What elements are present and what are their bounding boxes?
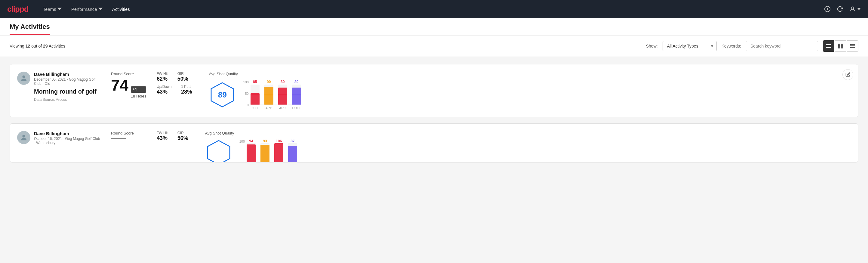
edit-button[interactable] xyxy=(842,69,853,80)
chart-col-putt-2: 87 xyxy=(288,139,297,163)
toolbar: Viewing 12 out of 29 Activities Show: Al… xyxy=(0,35,868,57)
updown-stat: Up/Down 43% xyxy=(157,85,172,95)
stat-row-top: FW Hit 62% GIR 50% xyxy=(157,71,192,82)
svg-point-14 xyxy=(22,76,25,78)
avatar-2 xyxy=(17,131,30,144)
search-input[interactable] xyxy=(746,41,818,51)
nav-teams[interactable]: Teams xyxy=(43,7,62,12)
fw-hit-stat-2: FW Hit 43% xyxy=(157,131,168,141)
svg-rect-5 xyxy=(826,46,831,46)
user-date: December 05, 2021 - Gog Magog Golf Club … xyxy=(34,77,101,86)
shot-quality-content: 89 100 50 0 xyxy=(209,80,301,110)
user-details-2: Dave Billingham October 16, 2021 - Gog M… xyxy=(34,131,101,147)
chart-col-ott-2: 94 xyxy=(247,139,256,163)
card-content: Dave Billingham December 05, 2021 - Gog … xyxy=(17,71,851,110)
user-date-2: October 16, 2021 - Gog Magog Golf Club -… xyxy=(34,137,101,145)
svg-rect-13 xyxy=(850,47,855,48)
refresh-button[interactable] xyxy=(837,6,843,12)
user-info-2: Dave Billingham October 16, 2021 - Gog M… xyxy=(17,131,101,147)
svg-point-3 xyxy=(851,7,854,9)
gir-stat-2: GIR 56% xyxy=(178,131,188,141)
hexagon-2 xyxy=(205,139,232,163)
bar-chart: 100 50 0 85 xyxy=(243,80,301,110)
svg-marker-17 xyxy=(208,141,230,163)
svg-point-16 xyxy=(22,135,25,138)
stat-row-bottom: Up/Down 43% 1 Putt 28% xyxy=(157,85,192,95)
round-score-label-2: Round Score xyxy=(111,131,147,136)
page-title: My Activities xyxy=(10,23,50,35)
svg-rect-10 xyxy=(841,46,843,49)
score-number: 74 xyxy=(111,77,128,93)
keywords-label: Keywords: xyxy=(721,43,741,49)
chart-col-arg-2: 106 xyxy=(274,139,283,163)
stat-row-top-2: FW Hit 43% GIR 56% xyxy=(157,131,188,141)
nav-icons xyxy=(824,6,861,12)
svg-rect-6 xyxy=(826,47,831,48)
view-list-button[interactable] xyxy=(847,40,858,52)
view-toggle xyxy=(823,40,858,52)
score-holes: 18 Holes xyxy=(131,94,146,98)
activity-name: Morning round of golf xyxy=(34,88,101,95)
bar-chart-2: 100 94 93 xyxy=(239,139,297,163)
svg-rect-8 xyxy=(841,43,843,46)
svg-rect-11 xyxy=(850,44,855,45)
page-header: My Activities xyxy=(0,18,868,35)
activity-card: Dave Billingham December 05, 2021 - Gog … xyxy=(10,64,858,117)
chart-bars: 85 OTT 90 xyxy=(251,80,301,110)
shot-quality-content-2: 100 94 93 xyxy=(205,139,297,163)
svg-rect-9 xyxy=(838,46,840,49)
hexagon-wrapper-2 xyxy=(205,139,232,163)
gir-stat: GIR 50% xyxy=(178,71,188,82)
viewing-count-text: Viewing 12 out of 29 Activities xyxy=(10,43,641,49)
data-source: Data Source: Arccos xyxy=(34,97,101,102)
app-logo: clippd xyxy=(7,4,29,14)
avatar xyxy=(17,71,30,85)
shot-quality-label: Avg Shot Quality xyxy=(209,71,301,76)
view-list-compact-button[interactable] xyxy=(823,40,834,52)
chart-col-app-2: 93 xyxy=(260,139,270,163)
shot-quality-section-2: Avg Shot Quality 100 xyxy=(205,131,297,163)
round-score-group-2: Round Score xyxy=(111,131,147,139)
user-info: Dave Billingham December 05, 2021 - Gog … xyxy=(17,71,101,102)
card-content-2: Dave Billingham October 16, 2021 - Gog M… xyxy=(17,131,851,163)
hexagon-value: 89 xyxy=(218,90,227,99)
nav-activities[interactable]: Activities xyxy=(112,7,130,12)
chart-bars-2: 94 93 xyxy=(247,139,297,163)
activity-type-select[interactable]: All Activity Types xyxy=(662,41,717,51)
user-menu[interactable] xyxy=(849,6,861,12)
shot-quality-section: Avg Shot Quality 89 xyxy=(209,71,301,110)
score-badge: +4 xyxy=(131,86,146,93)
svg-rect-12 xyxy=(850,46,855,46)
round-score-value: 74 +4 18 Holes xyxy=(111,77,147,98)
sub-stats: FW Hit 62% GIR 50% Up/Down 43% 1 Putt xyxy=(157,71,192,95)
show-label: Show: xyxy=(646,43,658,49)
activity-type-selector[interactable]: All Activity Types xyxy=(662,41,717,51)
shot-quality-label-2: Avg Shot Quality xyxy=(205,131,297,136)
navbar: clippd Teams Performance Activities xyxy=(0,0,868,18)
sub-stats-2: FW Hit 43% GIR 56% xyxy=(157,131,188,141)
round-score-label: Round Score xyxy=(111,71,147,76)
nav-performance[interactable]: Performance xyxy=(71,7,102,12)
user-name-2: Dave Billingham xyxy=(34,131,101,136)
svg-rect-7 xyxy=(838,43,840,46)
fw-hit-stat: FW Hit 62% xyxy=(157,71,168,82)
user-name: Dave Billingham xyxy=(34,71,101,77)
score-line xyxy=(111,138,147,139)
user-details: Dave Billingham December 05, 2021 - Gog … xyxy=(34,71,101,102)
round-score-group: Round Score 74 +4 18 Holes xyxy=(111,71,147,103)
hexagon-wrapper: 89 xyxy=(209,81,236,108)
main-content: Dave Billingham December 05, 2021 - Gog … xyxy=(0,57,868,176)
view-grid-button[interactable] xyxy=(835,40,846,52)
oneputt-stat: 1 Putt 28% xyxy=(181,85,192,95)
hexagon: 89 xyxy=(209,81,236,108)
svg-rect-4 xyxy=(826,44,831,45)
add-button[interactable] xyxy=(824,6,831,12)
activity-card-2: Dave Billingham October 16, 2021 - Gog M… xyxy=(10,123,858,163)
